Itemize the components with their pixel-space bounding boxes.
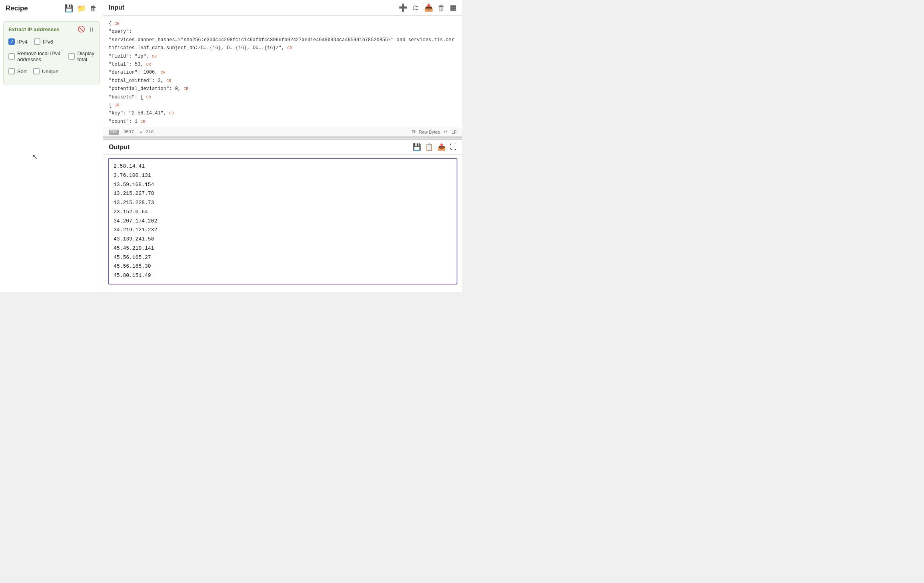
input-line-total: "total": 53, CR: [109, 60, 457, 68]
input-footer-left: REC 3537 ≡ 210: [109, 130, 154, 134]
cursor-area: ↖: [0, 88, 103, 292]
rec-badge: REC 3537: [109, 130, 134, 134]
input-line-key: "key": "2.58.14.41", CR: [109, 109, 457, 117]
ipv4-checkbox-item[interactable]: IPv4: [8, 38, 28, 45]
input-line-buckets: "buckets": [ CR: [109, 93, 457, 101]
import-icon[interactable]: 📥: [424, 3, 433, 12]
right-panel: Input ➕ 🗂 📥 🗑 ▦ { CR "query": "services.…: [103, 0, 462, 292]
sort-unique-row: Sort Unique: [8, 68, 94, 74]
folder-icon[interactable]: 📁: [77, 4, 86, 13]
output-line: 3.76.100.131: [114, 171, 452, 180]
ipv4-checkbox[interactable]: [8, 38, 15, 45]
input-content[interactable]: { CR "query": "services.banner_hashes=\"…: [103, 16, 462, 127]
input-title: Input: [109, 4, 124, 11]
output-line: 43.139.241.58: [114, 235, 452, 244]
output-header: Output 💾 📋 📤 ⛶: [103, 140, 462, 155]
disable-icon[interactable]: 🚫: [78, 26, 85, 33]
expand-output-icon[interactable]: ⛶: [450, 143, 457, 151]
ipv6-checkbox-item[interactable]: IPv6: [34, 38, 53, 45]
input-footer-right: 𝙏𝙩 Raw Bytes ↵ LF: [411, 129, 457, 134]
input-header-icons: ➕ 🗂 📥 🗑 ▦: [399, 3, 457, 12]
trash-input-icon[interactable]: 🗑: [438, 4, 445, 12]
extractor-card: Extract IP addresses 🚫 ⏸ IPv4 IPv6: [3, 21, 100, 84]
input-line-query-val: "services.banner_hashes=\"sha256:e3b0c44…: [109, 36, 457, 52]
input-line-duration: "duration": 1006, CR: [109, 68, 457, 76]
output-line: 2.58.14.41: [114, 162, 452, 171]
cursor-pointer: ↖: [32, 152, 38, 161]
input-line-potential-deviation: "potential_deviation": 0, CR: [109, 85, 457, 93]
output-line: 23.152.0.64: [114, 208, 452, 217]
display-total-checkbox-item[interactable]: Display total: [68, 50, 94, 62]
lines-value: 210: [146, 130, 154, 134]
input-line-open-brace: { CR: [109, 101, 457, 109]
ipv4-label: IPv4: [17, 39, 28, 45]
output-line: 13.59.168.154: [114, 180, 452, 190]
input-footer: REC 3537 ≡ 210 𝙏𝙩 Raw Bytes ↵ LF: [103, 127, 462, 136]
new-window-icon[interactable]: 🗂: [412, 4, 419, 12]
lf-label: LF: [451, 130, 457, 134]
unique-checkbox[interactable]: [33, 68, 40, 74]
input-line-open: { CR: [109, 20, 457, 28]
remove-local-checkbox[interactable]: [8, 53, 15, 60]
output-section: Output 💾 📋 📤 ⛶ 2.58.14.413.76.100.13113.…: [103, 140, 462, 292]
ipv6-checkbox[interactable]: [34, 38, 40, 45]
raw-bytes-label: Raw Bytes: [419, 130, 440, 134]
display-total-checkbox[interactable]: [68, 53, 75, 60]
copy-output-icon[interactable]: 📋: [425, 143, 433, 151]
output-box: 2.58.14.413.76.100.13113.59.168.15413.21…: [108, 158, 457, 284]
sort-checkbox[interactable]: [8, 68, 15, 74]
grid-icon[interactable]: ▦: [450, 3, 457, 12]
extractor-title-row: Extract IP addresses 🚫 ⏸: [8, 26, 94, 33]
ipv-row: IPv4 IPv6: [8, 38, 94, 45]
input-header: Input ➕ 🗂 📥 🗑 ▦: [103, 0, 462, 16]
output-line: 45.80.151.49: [114, 271, 452, 280]
remove-local-checkbox-item[interactable]: Remove local IPv4 addresses: [8, 50, 62, 62]
lines-badge: ≡ 210: [140, 130, 154, 134]
input-line-query-key: "query":: [109, 28, 457, 36]
output-line: 45.56.165.30: [114, 262, 452, 271]
output-line: 34.207.174.202: [114, 217, 452, 226]
display-total-label: Display total: [77, 50, 94, 62]
ipv6-label: IPv6: [43, 39, 53, 45]
extractor-title: Extract IP addresses: [8, 26, 60, 32]
output-line: 13.215.228.73: [114, 198, 452, 208]
sort-label: Sort: [17, 68, 27, 74]
rec-label: REC: [109, 130, 119, 135]
recipe-header: Recipe 💾 📁 🗑: [0, 0, 103, 17]
output-line: 34.219.121.232: [114, 226, 452, 235]
delete-icon[interactable]: 🗑: [90, 4, 97, 13]
lf-icon: ↵: [444, 129, 447, 134]
input-line-field: "field": "ip", CR: [109, 52, 457, 60]
input-line-total-omitted: "total_omitted": 3, CR: [109, 77, 457, 85]
input-line-count: "count": 1 CR: [109, 118, 457, 126]
recipe-title: Recipe: [6, 4, 28, 12]
input-line-close: }: [109, 126, 457, 127]
add-input-icon[interactable]: ➕: [399, 3, 407, 12]
pause-icon[interactable]: ⏸: [88, 26, 94, 33]
remove-local-label: Remove local IPv4 addresses: [17, 50, 62, 62]
output-line: 13.215.227.78: [114, 189, 452, 198]
output-header-icons: 💾 📋 📤 ⛶: [413, 143, 457, 151]
input-section: Input ➕ 🗂 📥 🗑 ▦ { CR "query": "services.…: [103, 0, 462, 137]
tt-icon[interactable]: 𝙏𝙩: [411, 129, 415, 134]
output-line: 45.45.219.141: [114, 244, 452, 253]
save-output-icon[interactable]: 💾: [413, 143, 421, 151]
left-panel: Recipe 💾 📁 🗑 Extract IP addresses 🚫 ⏸ IP…: [0, 0, 103, 292]
unique-checkbox-item[interactable]: Unique: [33, 68, 58, 74]
unique-label: Unique: [42, 68, 58, 74]
rec-value: 3537: [124, 130, 134, 134]
save-icon[interactable]: 💾: [64, 4, 73, 13]
export-output-icon[interactable]: 📤: [437, 143, 446, 151]
extractor-actions: 🚫 ⏸: [78, 26, 94, 33]
output-line: 45.56.165.27: [114, 253, 452, 262]
remove-display-row: Remove local IPv4 addresses Display tota…: [8, 50, 94, 62]
recipe-icons: 💾 📁 🗑: [64, 4, 97, 13]
sort-checkbox-item[interactable]: Sort: [8, 68, 27, 74]
output-content[interactable]: 2.58.14.413.76.100.13113.59.168.15413.21…: [103, 155, 462, 292]
output-title: Output: [109, 144, 130, 151]
